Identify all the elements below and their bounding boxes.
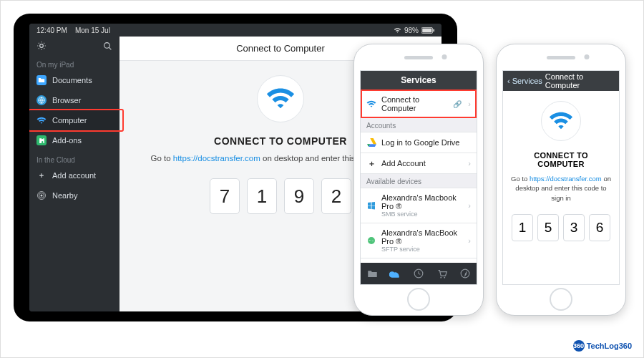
sidebar-item-label: Computer — [52, 116, 87, 125]
connect-title: CONNECT TO COMPUTER — [510, 151, 612, 168]
wifi-icon — [36, 115, 47, 125]
camera-icon — [585, 54, 590, 59]
wifi-circle-icon — [541, 101, 581, 141]
sidebar-item-label: Add account — [52, 171, 96, 180]
row-google-drive[interactable]: Log in to Google Drive — [361, 132, 477, 153]
code-digit: 1 — [247, 178, 277, 214]
svg-rect-2 — [433, 29, 434, 31]
content-title: Connect to Computer — [236, 43, 325, 54]
camera-icon — [442, 54, 447, 59]
sidebar-item-documents[interactable]: Documents — [29, 70, 119, 90]
windows-icon — [366, 200, 376, 211]
globe-icon — [366, 236, 376, 246]
phone-screen: Services Connect to Computer 🔗 › Account… — [360, 70, 477, 285]
chevron-right-icon: › — [468, 100, 471, 108]
chevron-left-icon: ‹ — [507, 77, 510, 85]
docstransfer-link[interactable]: https://docstransfer.com — [530, 175, 602, 183]
sidebar-top-row — [29, 37, 119, 55]
row-connect-computer[interactable]: Connect to Computer 🔗 › — [361, 90, 477, 118]
tabbar — [361, 263, 477, 284]
tab-browser[interactable] — [454, 263, 477, 284]
code-digit: 5 — [537, 214, 559, 241]
sidebar-section-cloud: In the Cloud — [29, 150, 119, 165]
row-label: Connect to Computer — [381, 95, 448, 112]
sidebar-item-nearby[interactable]: Nearby — [29, 185, 119, 205]
gdrive-icon — [366, 137, 376, 147]
plus-icon: ＋ — [366, 158, 376, 168]
nearby-icon — [36, 190, 47, 200]
sidebar-item-label: Browser — [52, 96, 81, 105]
row-label: Add Account — [381, 159, 463, 168]
iphone-services: Services Connect to Computer 🔗 › Account… — [353, 44, 484, 316]
wifi-icon — [394, 26, 401, 34]
code-digit: 6 — [589, 214, 610, 241]
svg-point-3 — [104, 42, 110, 48]
search-icon[interactable] — [103, 42, 112, 51]
header-title: Services — [401, 75, 436, 85]
code-digit: 7 — [210, 178, 240, 214]
watermark-text: TechLog360 — [587, 342, 632, 350]
row-device[interactable]: AlexWorkMac SMB service › — [361, 258, 477, 263]
sidebar-item-add-account[interactable]: ＋ Add account — [29, 165, 119, 185]
sidebar-item-label: Add-ons — [52, 136, 82, 145]
sidebar-item-browser[interactable]: Browser — [29, 90, 119, 110]
watermark-icon: 360 — [573, 340, 585, 352]
svg-rect-1 — [422, 28, 431, 32]
phone-header: ‹ Services Connect to Computer — [503, 71, 619, 91]
code-row: 1 5 3 6 — [512, 214, 610, 241]
status-time: 12:40 PM — [36, 26, 67, 34]
phone-screen: ‹ Services Connect to Computer CONNECT T… — [502, 70, 620, 285]
wifi-icon — [366, 99, 376, 109]
sidebar-item-label: Nearby — [52, 191, 77, 200]
code-digit: 2 — [321, 178, 351, 214]
connect-instruction: Go to https://docstransfer.com on deskto… — [510, 174, 612, 203]
back-label: Services — [512, 77, 542, 85]
row-device[interactable]: Alexandra's Macbook Pro ® SMB service › — [361, 188, 477, 223]
chevron-right-icon: › — [468, 236, 471, 245]
sidebar-item-addons[interactable]: Add-ons — [29, 130, 119, 150]
home-button[interactable] — [550, 288, 572, 311]
row-device[interactable]: Alexandra's MacBook Pro ® SFTP service › — [361, 223, 477, 258]
globe-icon — [36, 95, 47, 105]
header-title: Connect to Computer — [545, 72, 615, 90]
settings-icon[interactable] — [36, 41, 47, 51]
puzzle-icon — [36, 135, 47, 145]
code-digit: 9 — [284, 178, 314, 214]
phone-header: Services — [361, 71, 477, 90]
row-label: Log in to Google Drive — [381, 138, 471, 147]
svg-point-11 — [440, 277, 441, 279]
home-button[interactable] — [407, 288, 430, 311]
section-devices: Available devices — [361, 173, 477, 188]
code-digit: 1 — [512, 214, 533, 241]
chevron-right-icon: › — [468, 159, 471, 168]
sidebar-item-label: Documents — [52, 76, 92, 84]
section-accounts: Accounts — [361, 117, 477, 132]
svg-point-12 — [444, 277, 445, 279]
connect-title: CONNECT TO COMPUTER — [214, 135, 347, 147]
svg-point-6 — [41, 195, 43, 197]
docstransfer-link[interactable]: https://docstransfer.com — [173, 154, 260, 163]
link-icon: 🔗 — [453, 100, 462, 108]
tab-cloud[interactable] — [384, 263, 406, 284]
row-label: Alexandra's MacBook Pro ® SFTP service — [381, 228, 463, 253]
sidebar-section-local: On my iPad — [29, 55, 119, 70]
back-button[interactable]: ‹ Services — [507, 77, 542, 85]
status-left: 12:40 PM Mon 15 Jul — [36, 26, 110, 34]
iphone-connect: ‹ Services Connect to Computer CONNECT T… — [496, 44, 626, 316]
code-digit: 3 — [563, 214, 585, 241]
tab-folder[interactable] — [361, 263, 384, 284]
code-row: 7 1 9 2 — [210, 178, 351, 214]
battery-pct: 98% — [404, 26, 419, 34]
status-date: Mon 15 Jul — [75, 26, 110, 34]
status-right: 98% — [394, 26, 434, 34]
chevron-right-icon: › — [468, 201, 471, 210]
svg-line-4 — [109, 47, 111, 49]
folder-icon — [36, 75, 47, 85]
sidebar-item-computer[interactable]: Computer — [29, 110, 119, 130]
row-label: Alexandra's Macbook Pro ® SMB service — [381, 193, 463, 218]
row-add-account[interactable]: ＋ Add Account › — [361, 153, 477, 174]
tab-recent[interactable] — [407, 263, 430, 284]
plus-icon: ＋ — [36, 170, 47, 180]
services-list[interactable]: Connect to Computer 🔗 › Accounts Log in … — [361, 90, 477, 263]
tab-store[interactable] — [430, 263, 453, 284]
